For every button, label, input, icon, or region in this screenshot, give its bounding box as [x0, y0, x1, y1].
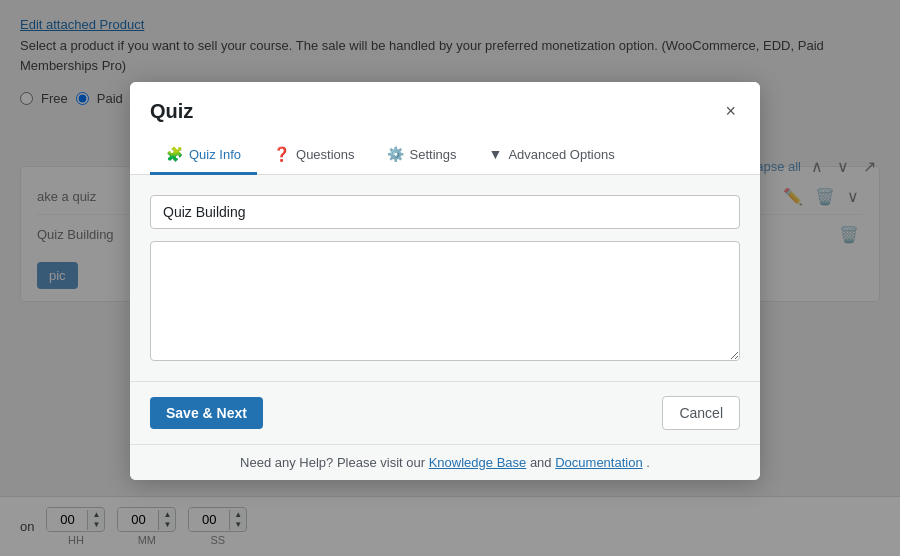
tab-questions-label: Questions: [296, 147, 355, 162]
tab-quiz-info-label: Quiz Info: [189, 147, 241, 162]
quiz-name-input[interactable]: [150, 195, 740, 229]
questions-icon: ❓: [273, 146, 290, 162]
documentation-link[interactable]: Documentation: [555, 455, 642, 470]
settings-icon: ⚙️: [387, 146, 404, 162]
tab-questions[interactable]: ❓ Questions: [257, 136, 371, 175]
modal-footer: Save & Next Cancel: [130, 381, 760, 444]
tab-settings[interactable]: ⚙️ Settings: [371, 136, 473, 175]
tab-advanced-options-label: Advanced Options: [508, 147, 614, 162]
modal-tabs: 🧩 Quiz Info ❓ Questions ⚙️ Settings ▼ Ad…: [130, 136, 760, 175]
tab-settings-label: Settings: [410, 147, 457, 162]
quiz-info-icon: 🧩: [166, 146, 183, 162]
knowledge-base-link[interactable]: Knowledge Base: [429, 455, 527, 470]
quiz-modal: Quiz × 🧩 Quiz Info ❓ Questions ⚙️ Settin…: [130, 82, 760, 480]
modal-body: [130, 175, 760, 381]
quiz-description-textarea[interactable]: [150, 241, 740, 361]
modal-header: Quiz ×: [130, 82, 760, 124]
modal-title: Quiz: [150, 100, 193, 123]
tab-advanced-options[interactable]: ▼ Advanced Options: [473, 136, 631, 175]
cancel-button[interactable]: Cancel: [662, 396, 740, 430]
help-text: Need any Help? Please visit our: [240, 455, 429, 470]
save-next-button[interactable]: Save & Next: [150, 397, 263, 429]
modal-help-bar: Need any Help? Please visit our Knowledg…: [130, 444, 760, 480]
modal-close-button[interactable]: ×: [721, 98, 740, 124]
and-text: and: [530, 455, 555, 470]
filter-icon: ▼: [489, 146, 503, 162]
period-text: .: [646, 455, 650, 470]
tab-quiz-info[interactable]: 🧩 Quiz Info: [150, 136, 257, 175]
